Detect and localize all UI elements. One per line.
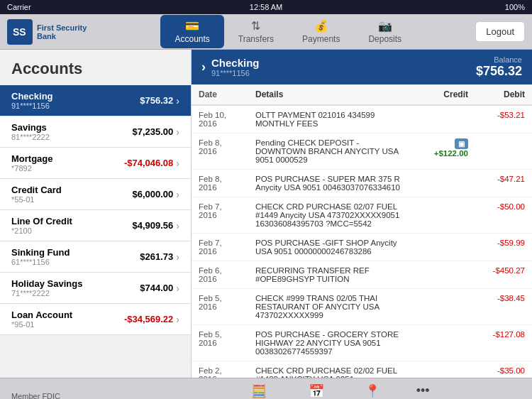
bottom-tab-calculator[interactable]: 🧮 Calculator [233, 381, 284, 399]
account-name: Loan Account [11, 310, 72, 320]
tab-payments[interactable]: 💰 Payments [288, 15, 354, 48]
balance-amount: $756.32 [476, 64, 522, 79]
account-item-left: Savings 81****2222 [11, 122, 50, 141]
account-item[interactable]: Holiday Savings 71****2222 $744.00 › [0, 273, 191, 304]
tx-date: Feb 10, 2016 [192, 105, 248, 133]
balance-label: Balance [476, 55, 522, 64]
account-name: Holiday Savings [11, 278, 82, 289]
account-item-right: -$74,046.08 › [124, 158, 179, 169]
account-item[interactable]: Credit Card *55-01 $6,000.00 › [0, 179, 191, 210]
tx-details: CHECK CRD PURCHASE 02/02 FUEL #1438 ANYC… [248, 361, 411, 378]
account-item-left: Sinking Fund 61****1156 [11, 247, 70, 266]
bottom-tab-more[interactable]: ••• More [405, 381, 441, 399]
tx-debit: -$450.27 [475, 261, 532, 289]
bank-logo-svg: SS [11, 23, 28, 40]
logout-button[interactable]: Logout [475, 21, 525, 42]
tab-deposits-label: Deposits [368, 34, 401, 44]
account-name: Sinking Fund [11, 247, 70, 258]
sidebar: Accounts Checking 91****1156 $756.32 › S… [0, 50, 192, 378]
payments-icon: 💰 [314, 19, 328, 33]
content-account-name: Checking [211, 57, 260, 69]
bottom-tab-locations[interactable]: 📍 Locations [348, 381, 398, 399]
tx-debit: -$59.99 [475, 234, 532, 261]
time-label: 12:58 AM [250, 3, 282, 11]
account-item[interactable]: Checking 91****1156 $756.32 › [0, 85, 191, 116]
account-item[interactable]: Savings 81****2222 $7,235.00 › [0, 116, 191, 148]
tab-transfers[interactable]: ⇅ Transfers [224, 15, 288, 48]
tx-credit [411, 234, 475, 261]
content-header-left: › Checking 91****1156 [201, 57, 260, 77]
transfers-icon: ⇅ [251, 19, 260, 33]
bottom-bar: Member FDIC 🧮 Calculator 📅 Calendar 📍 Lo… [0, 378, 532, 399]
account-number: *95-01 [11, 320, 72, 329]
account-item[interactable]: Loan Account *95-01 -$34,569.22 › [0, 304, 191, 335]
tx-details: Pending CHECK DEPOSIT - DOWNTOWN BRANCH … [248, 133, 411, 170]
chevron-right-icon: › [176, 126, 179, 138]
table-row: Feb 7, 2016 CHECK CRD PURCHASE 02/07 FUE… [192, 197, 532, 234]
tx-date: Feb 5, 2016 [192, 289, 248, 325]
th-date: Date [192, 84, 248, 105]
account-item[interactable]: Sinking Fund 61****1156 $261.73 › [0, 241, 191, 273]
account-item-left: Credit Card *55-01 [11, 185, 62, 204]
account-name: Checking [11, 91, 53, 102]
more-icon: ••• [416, 383, 430, 398]
th-debit: Debit [475, 84, 532, 105]
battery-label: 100% [505, 3, 525, 11]
tab-deposits[interactable]: 📷 Deposits [354, 15, 416, 48]
member-fdic-label: Member FDIC [0, 392, 142, 400]
tx-details: CHECK CRD PURCHASE 02/07 FUEL #1449 Anyc… [248, 197, 411, 234]
tx-credit [411, 361, 475, 378]
bottom-tabs: 🧮 Calculator 📅 Calendar 📍 Locations ••• … [142, 381, 532, 399]
content-header: › Checking 91****1156 Balance $756.32 [192, 50, 532, 84]
th-details: Details [248, 84, 411, 105]
tx-date: Feb 7, 2016 [192, 197, 248, 234]
tx-credit [411, 261, 475, 289]
tx-debit: -$38.45 [475, 289, 532, 325]
transactions-data-table: Date Details Credit Debit Feb 10, 2016 O… [192, 84, 532, 378]
tx-credit [411, 197, 475, 234]
account-name: Mortgage [11, 153, 53, 164]
table-row: Feb 10, 2016 OLTT PAYMENT 021016 434599 … [192, 105, 532, 133]
tx-details: CHECK #999 TRANS 02/05 THAI RESTAURANT O… [248, 289, 411, 325]
tx-details: POS PURCHASE - SUPER MAR 375 R Anycity U… [248, 170, 411, 197]
account-item-left: Holiday Savings 71****2222 [11, 278, 82, 297]
bank-name-line1: First Security [37, 23, 87, 32]
bank-name-line2: Bank [37, 32, 87, 40]
account-amount: -$74,046.08 [124, 158, 173, 168]
table-row: Feb 6, 2016 RECURRING TRANSFER REF #OPE8… [192, 261, 532, 289]
table-header-row: Date Details Credit Debit [192, 84, 532, 105]
tx-details: RECURRING TRANSFER REF #OPE89GHSYP TUITI… [248, 261, 411, 289]
bottom-tab-calendar[interactable]: 📅 Calendar [292, 381, 340, 399]
tab-accounts-label: Accounts [174, 34, 209, 44]
content-chevron-icon: › [201, 60, 206, 75]
chevron-right-icon: › [176, 189, 179, 200]
tx-credit [411, 289, 475, 325]
tx-date: Feb 8, 2016 [192, 133, 248, 170]
chevron-right-icon: › [176, 220, 179, 231]
chevron-right-icon: › [176, 95, 179, 106]
account-amount: $4,909.56 [132, 220, 173, 231]
tx-debit: -$47.21 [475, 170, 532, 197]
carrier-label: Carrier [7, 3, 31, 11]
account-item[interactable]: Mortgage *7892 -$74,046.08 › [0, 148, 191, 179]
content-account-info: Checking 91****1156 [211, 57, 260, 77]
tx-credit [411, 325, 475, 361]
nav-tabs: 💳 Accounts ⇅ Transfers 💰 Payments 📷 Depo… [101, 15, 475, 48]
tx-date: Feb 2, 2016 [192, 361, 248, 378]
tx-debit: -$50.00 [475, 197, 532, 234]
account-amount: $261.73 [140, 251, 173, 262]
tx-credit [411, 105, 475, 133]
account-item-left: Line Of Credit *2100 [11, 216, 72, 235]
account-item[interactable]: Line Of Credit *2100 $4,909.56 › [0, 210, 191, 241]
tx-credit [411, 170, 475, 197]
calendar-icon: 📅 [309, 383, 324, 399]
tx-date: Feb 6, 2016 [192, 261, 248, 289]
status-bar: Carrier 12:58 AM 100% [0, 0, 532, 14]
tab-accounts[interactable]: 💳 Accounts [160, 15, 223, 48]
account-number: 61****1156 [11, 258, 70, 266]
chevron-right-icon: › [176, 251, 179, 263]
calculator-icon: 🧮 [251, 383, 267, 399]
tx-debit: -$35.00 [475, 361, 532, 378]
accounts-icon: 💳 [185, 19, 199, 33]
bank-logo-icon: SS [7, 19, 33, 45]
